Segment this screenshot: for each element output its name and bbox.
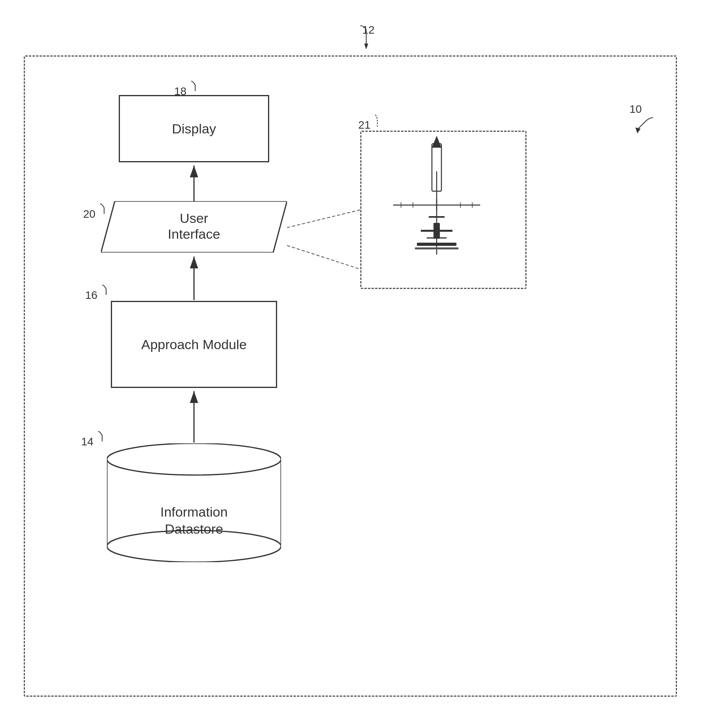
svg-text:User: User <box>180 211 208 226</box>
label-16-group: 16 <box>85 283 120 302</box>
ref-16-text: 16 <box>85 289 97 301</box>
aircraft-display-svg <box>361 132 512 278</box>
svg-marker-1 <box>635 127 641 133</box>
approach-module-label: Approach Module <box>141 337 247 352</box>
user-interface-box: User Interface <box>101 201 287 253</box>
diagram-container: 12 10 18 <box>24 24 687 705</box>
ref-14-text: 14 <box>81 435 93 448</box>
ref-21-text: 21 <box>358 119 371 131</box>
inner-display-box <box>360 131 527 289</box>
svg-text:Information: Information <box>160 504 228 519</box>
ref-10-text: 10 <box>629 103 642 115</box>
svg-rect-32 <box>417 243 456 246</box>
svg-point-15 <box>107 443 281 475</box>
display-box: Display <box>119 95 269 162</box>
label-12: 12 <box>340 24 380 57</box>
display-label: Display <box>172 121 216 137</box>
svg-rect-33 <box>415 247 458 249</box>
ref-20-text: 20 <box>83 208 95 220</box>
label-10-group: 10 <box>629 103 661 137</box>
svg-text:Datastore: Datastore <box>165 521 223 536</box>
information-datastore: Information Datastore <box>107 443 281 562</box>
svg-marker-0 <box>364 44 368 49</box>
approach-module-box: Approach Module <box>111 301 277 388</box>
svg-marker-20 <box>432 136 441 148</box>
ref-12-text: 12 <box>362 24 375 36</box>
svg-text:Interface: Interface <box>168 226 220 241</box>
label-21-group: 21 <box>358 113 393 131</box>
